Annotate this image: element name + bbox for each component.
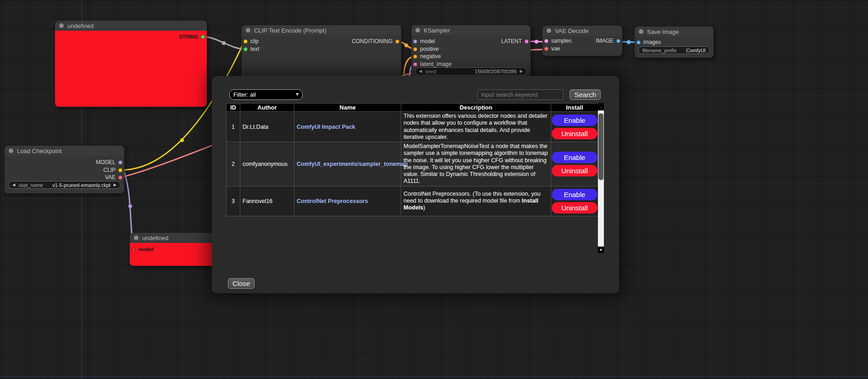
close-button[interactable]: Close — [228, 278, 254, 289]
extension-table: ID Author Name Description Install 1 Dr.… — [226, 103, 598, 216]
slot-label: latent_image — [420, 61, 452, 67]
model-input-slot: model — [413, 38, 435, 45]
node-title: CLIP Text Encode (Prompt) — [254, 27, 326, 34]
node-undefined-string[interactable]: undefined STRING — [55, 21, 207, 107]
clip-output-dot[interactable] — [118, 168, 122, 172]
scrollbar-thumb[interactable] — [598, 113, 603, 180]
ext-name-link[interactable]: ComfyUI Impact Pack — [294, 112, 401, 142]
extension-row: 3 Fannovel16 ControlNet Preprocessors Co… — [227, 186, 598, 216]
search-button[interactable]: Search — [569, 89, 601, 100]
slot-label: model — [420, 38, 435, 44]
ext-author: Fannovel16 — [240, 186, 294, 216]
slot-label: VAE — [105, 174, 116, 181]
negative-input-dot[interactable] — [413, 55, 417, 59]
positive-input-dot[interactable] — [413, 47, 417, 51]
ckpt-name-widget[interactable]: ◀ ckpt_name v1-5-pruned-emaonly.ckpt ▶ — [8, 181, 121, 189]
up-arrow-icon: ▲ — [599, 105, 603, 109]
node-titlebar[interactable]: CLIP Text Encode (Prompt) — [242, 25, 401, 35]
ext-install-cell: Enable Uninstall — [551, 186, 598, 216]
ext-name-link[interactable]: ControlNet Preprocessors — [294, 186, 401, 216]
slot-label: LATENT — [501, 38, 522, 44]
widget-value: v1-5-pruned-emaonly.ckpt — [52, 182, 111, 188]
next-arrow-icon[interactable]: ▶ — [114, 183, 116, 187]
node-titlebar[interactable]: VAE Decode — [542, 26, 622, 36]
node-collapse-dot[interactable] — [639, 29, 643, 34]
slot-label: negative — [420, 53, 441, 60]
enable-button[interactable]: Enable — [552, 189, 597, 200]
slot-label: text — [250, 46, 259, 52]
node-titlebar[interactable]: undefined — [55, 21, 207, 31]
table-scrollbar[interactable]: ▲ ▼ — [598, 103, 604, 253]
extension-row: 2 comfyanonymous ComfyUI_experiments/sam… — [227, 142, 598, 187]
text-input-dot[interactable] — [243, 47, 248, 51]
enable-button[interactable]: Enable — [552, 152, 597, 163]
node-load-checkpoint[interactable]: Load Checkpoint MODEL CLIP VAE ◀ ckpt_na… — [5, 146, 124, 193]
node-body: STRING — [55, 31, 207, 107]
decrement-arrow-icon[interactable]: ◀ — [419, 70, 422, 73]
string-output-dot[interactable] — [201, 35, 205, 39]
node-collapse-dot[interactable] — [415, 28, 420, 33]
node-titlebar[interactable]: KSampler — [411, 25, 531, 35]
node-save-image[interactable]: Save Image images filename_prefix ComfyU… — [635, 27, 713, 58]
prev-arrow-icon[interactable]: ◀ — [12, 183, 15, 187]
ext-author: Dr.Lt.Data — [240, 112, 294, 142]
vae-output-slot: VAE — [105, 174, 122, 181]
text-input-slot: text — [243, 45, 259, 53]
dialog-controls: Filter: all ▾ Search — [229, 89, 601, 100]
node-collapse-dot[interactable] — [246, 28, 250, 33]
node-collapse-dot[interactable] — [9, 148, 13, 153]
image-output-dot[interactable] — [616, 39, 620, 43]
node-collapse-dot[interactable] — [547, 28, 551, 33]
samples-input-dot[interactable] — [544, 39, 548, 43]
slot-label: MODEL — [96, 159, 116, 165]
clip-input-dot[interactable] — [243, 39, 248, 44]
node-collapse-dot[interactable] — [134, 236, 138, 240]
latent-image-input-slot: latent_image — [413, 60, 452, 68]
filter-select[interactable]: Filter: all — [229, 89, 303, 100]
node-collapse-dot[interactable] — [59, 23, 64, 28]
latent-output-dot[interactable] — [525, 39, 529, 44]
node-body: MODEL CLIP VAE ◀ ckpt_name v1-5-pruned-e… — [5, 156, 124, 193]
model-output-slot: MODEL — [96, 159, 122, 166]
filename-prefix-widget[interactable]: filename_prefix ComfyUI — [638, 46, 710, 54]
ext-name-link[interactable]: ComfyUI_experiments/sampler_tonemap — [294, 142, 401, 187]
node-titlebar[interactable]: Load Checkpoint — [5, 146, 124, 156]
uninstall-button[interactable]: Uninstall — [552, 202, 597, 214]
ext-install-cell: Enable Uninstall — [551, 112, 598, 142]
node-title: VAE Decode — [555, 27, 588, 34]
vae-output-dot[interactable] — [118, 176, 122, 180]
images-input-slot: images — [636, 38, 661, 46]
model-input-dot[interactable] — [413, 39, 417, 44]
node-vae-decode[interactable]: VAE Decode samples vae IMAGE — [542, 26, 622, 56]
seed-widget[interactable]: ◀ seed 156680208700286 ▶ — [415, 67, 527, 75]
node-titlebar[interactable]: Save Image — [635, 27, 713, 37]
ext-author: comfyanonymous — [240, 142, 294, 187]
increment-arrow-icon[interactable]: ▶ — [520, 70, 523, 73]
node-title: Save Image — [647, 28, 679, 35]
slot-label: images — [643, 39, 661, 45]
images-input-dot[interactable] — [636, 40, 641, 44]
uninstall-button[interactable]: Uninstall — [552, 128, 597, 139]
conditioning-output-dot[interactable] — [395, 39, 399, 44]
model-output-dot[interactable] — [118, 160, 122, 165]
model-input-dot[interactable] — [132, 247, 136, 252]
header-install: Install — [551, 104, 598, 112]
table-header-row: ID Author Name Description Install — [227, 104, 598, 112]
widget-value: ComfyUI — [686, 48, 706, 53]
model-input-slot: model — [132, 246, 153, 253]
scroll-up-button[interactable]: ▲ — [598, 103, 604, 110]
graph-canvas[interactable]: undefined STRING CLIP Text Encode (Promp… — [0, 0, 868, 379]
uninstall-button[interactable]: Uninstall — [552, 165, 597, 176]
vae-input-dot[interactable] — [544, 47, 548, 51]
vae-input-slot: vae — [544, 45, 560, 52]
enable-button[interactable]: Enable — [552, 115, 597, 126]
slot-label: samples — [551, 38, 572, 44]
filter-select-wrap: Filter: all ▾ — [229, 89, 303, 100]
search-input[interactable] — [477, 89, 564, 100]
extension-row: 1 Dr.Lt.Data ComfyUI Impact Pack This ex… — [227, 112, 598, 142]
image-output-slot: IMAGE — [596, 37, 620, 44]
latent-image-input-dot[interactable] — [413, 62, 417, 66]
scroll-down-button[interactable]: ▼ — [598, 247, 604, 253]
latent-output-slot: LATENT — [501, 38, 529, 45]
ext-description: ControlNet Preprocessors. (To use this e… — [401, 186, 551, 216]
